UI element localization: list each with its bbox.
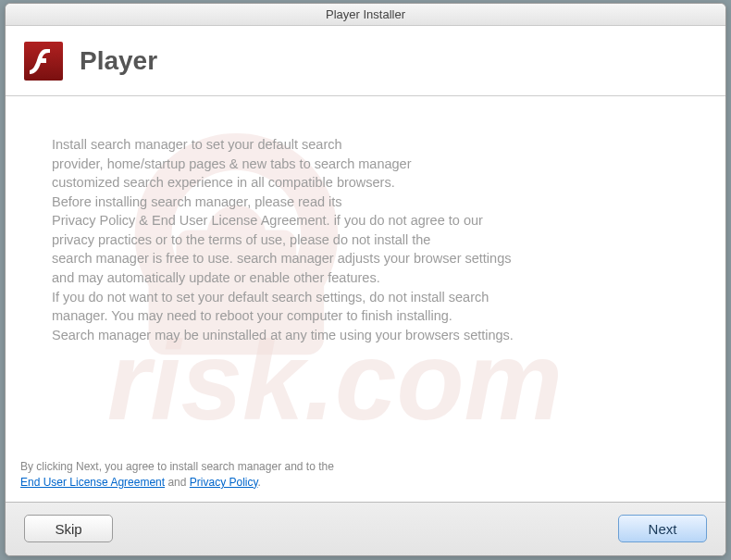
privacy-policy-link[interactable]: Privacy Policy xyxy=(190,476,258,489)
app-title: Player xyxy=(80,46,157,76)
consent-and: and xyxy=(165,476,190,489)
installer-window: Player Installer Player risk.com Install… xyxy=(5,3,726,556)
eula-link[interactable]: End User License Agreement xyxy=(20,476,165,489)
window-title: Player Installer xyxy=(326,7,405,21)
next-button[interactable]: Next xyxy=(618,515,707,542)
body-text: Install search manager to set your defau… xyxy=(52,135,679,344)
skip-button[interactable]: Skip xyxy=(24,515,113,542)
header: Player xyxy=(6,26,725,96)
consent-period: . xyxy=(258,476,261,489)
window-titlebar: Player Installer xyxy=(6,4,725,26)
consent-prefix: By clicking Next, you agree to install s… xyxy=(20,460,334,473)
button-bar: Skip Next xyxy=(6,502,725,555)
flash-player-icon xyxy=(24,42,63,81)
footer-consent: By clicking Next, you agree to install s… xyxy=(6,459,725,502)
content-area: risk.com Install search manager to set y… xyxy=(6,96,725,459)
